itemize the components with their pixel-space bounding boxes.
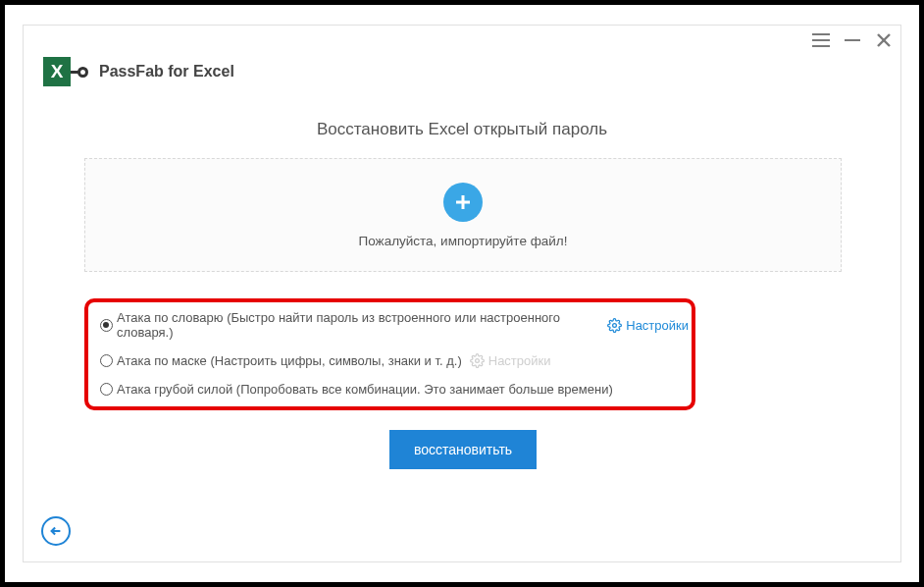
key-circle-icon [77,67,88,78]
hamburger-icon [812,33,830,47]
back-button[interactable] [41,516,71,546]
option-label: Атака грубой силой (Попробовать все комб… [117,382,613,397]
gear-icon [607,318,622,333]
radio-icon [100,354,113,367]
option-dictionary-attack[interactable]: Атака по словарю (Быстро найти пароль из… [100,310,689,340]
svg-point-5 [475,359,479,363]
svg-point-4 [613,323,617,327]
close-button[interactable] [873,29,895,51]
titlebar: X PassFab for Excel [24,26,900,94]
settings-label: Настройки [488,353,551,368]
excel-key-icon: X [43,55,88,88]
attack-options: Атака по словарю (Быстро найти пароль из… [100,310,689,397]
radio-icon [100,319,113,332]
plus-icon [453,192,473,212]
import-dropzone[interactable]: Пожалуйста, импортируйте файл! [84,158,842,272]
dropzone-text: Пожалуйста, импортируйте файл! [359,234,568,248]
gear-icon [470,353,485,368]
app-title: PassFab for Excel [99,63,234,80]
settings-label: Настройки [626,318,689,333]
option-brute-force-attack[interactable]: Атака грубой силой (Попробовать все комб… [100,382,689,397]
dictionary-settings-link[interactable]: Настройки [607,318,689,333]
excel-square: X [43,57,71,86]
add-file-button[interactable] [443,183,483,222]
close-icon [876,32,892,48]
window-controls [810,29,895,51]
radio-icon [100,383,113,396]
app-logo-block: X PassFab for Excel [43,55,234,88]
minimize-button[interactable] [842,29,863,51]
page-heading: Восстановить Excel открытый пароль [24,120,900,139]
minimize-icon [845,39,860,41]
arrow-left-icon [49,524,63,538]
mask-settings-link: Настройки [470,353,551,368]
recover-button[interactable]: восстановитьть [389,430,537,469]
option-mask-attack[interactable]: Атака по маске (Настроить цифры, символы… [100,353,689,368]
menu-button[interactable] [810,29,832,51]
app-window: X PassFab for Excel Восстановить Excel о… [23,25,901,562]
option-label: Атака по маске (Настроить цифры, символы… [117,353,462,368]
option-label: Атака по словарю (Быстро найти пароль из… [117,310,599,340]
